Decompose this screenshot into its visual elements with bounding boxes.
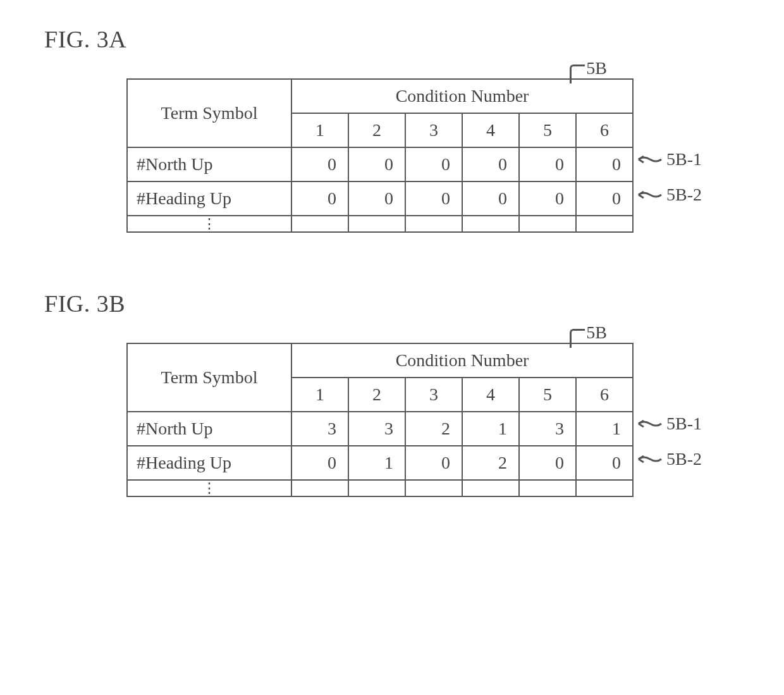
callout-row-2: 5B-2	[637, 185, 702, 205]
table-row: #North Up 0 0 0 0 0 0	[127, 147, 633, 181]
cell-term: #North Up	[127, 412, 291, 446]
callout-row-1: 5B-1	[637, 149, 702, 169]
cell-val: 0	[519, 147, 576, 181]
evaluation-table-b: Term Symbol Condition Number 1 2 3 4 5 6…	[126, 343, 634, 497]
table-row: #Heading Up 0 0 0 0 0 0	[127, 181, 633, 216]
cell-val: 0	[348, 181, 405, 216]
header-condition-number: Condition Number	[291, 79, 633, 113]
header-col-2: 2	[348, 113, 405, 147]
cell-val: 0	[576, 181, 633, 216]
callout-text: 5B-2	[666, 449, 702, 469]
cell-val: 0	[462, 181, 519, 216]
cell-val: 2	[405, 412, 462, 446]
evaluation-table-a: Term Symbol Condition Number 1 2 3 4 5 6…	[126, 78, 634, 233]
cell-val: 1	[462, 412, 519, 446]
callout-text: 5B	[586, 323, 607, 343]
cell-val: 0	[405, 446, 462, 480]
table-row-ellipsis: ⋮	[127, 216, 633, 232]
callout-table-ref: 5B	[570, 53, 607, 83]
cell-val: 1	[576, 412, 633, 446]
table-wrap-b: 5B 5B-1 5B-2 Term Symbol Condition Numbe…	[126, 343, 632, 497]
header-col-5: 5	[519, 378, 576, 412]
table-row-ellipsis: ⋮	[127, 480, 633, 496]
cell-val: 3	[291, 412, 348, 446]
header-term-symbol: Term Symbol	[127, 343, 291, 412]
table-header-row-1: Term Symbol Condition Number	[127, 343, 633, 378]
header-col-5: 5	[519, 113, 576, 147]
callout-text: 5B	[586, 58, 607, 78]
cell-val: 0	[291, 446, 348, 480]
figure-label: FIG. 3B	[44, 290, 746, 317]
cell-val: 0	[348, 147, 405, 181]
ellipsis-icon: ⋮	[127, 216, 291, 232]
cell-val: 0	[462, 147, 519, 181]
figure-label: FIG. 3A	[44, 25, 746, 53]
callout-row-1: 5B-1	[637, 414, 702, 434]
cell-term: #Heading Up	[127, 446, 291, 480]
cell-val: 0	[405, 147, 462, 181]
header-col-3: 3	[405, 113, 462, 147]
header-col-1: 1	[291, 113, 348, 147]
header-col-6: 6	[576, 113, 633, 147]
header-term-symbol: Term Symbol	[127, 79, 291, 147]
table-row: #North Up 3 3 2 1 3 1	[127, 412, 633, 446]
header-col-2: 2	[348, 378, 405, 412]
cell-val: 1	[348, 446, 405, 480]
callout-text: 5B-1	[666, 414, 702, 434]
table-wrap-a: 5B 5B-1 5B-2 Term Symbol Condition Numbe…	[126, 78, 632, 233]
figure-3b: FIG. 3B 5B 5B-1 5B-2 Term Symbol Conditi…	[38, 290, 746, 497]
cell-val: 3	[348, 412, 405, 446]
cell-val: 3	[519, 412, 576, 446]
cell-val: 0	[291, 147, 348, 181]
header-col-4: 4	[462, 113, 519, 147]
table-row: #Heading Up 0 1 0 2 0 0	[127, 446, 633, 480]
callout-row-2: 5B-2	[637, 449, 702, 469]
figure-3a: FIG. 3A 5B 5B-1 5B-2 Term Symbol Conditi…	[38, 25, 746, 233]
header-col-3: 3	[405, 378, 462, 412]
callout-table-ref: 5B	[570, 317, 607, 348]
header-col-6: 6	[576, 378, 633, 412]
header-condition-number: Condition Number	[291, 343, 633, 378]
cell-val: 0	[291, 181, 348, 216]
ellipsis-icon: ⋮	[127, 480, 291, 496]
cell-val: 0	[405, 181, 462, 216]
cell-term: #Heading Up	[127, 181, 291, 216]
cell-val: 0	[519, 181, 576, 216]
cell-val: 2	[462, 446, 519, 480]
callout-text: 5B-1	[666, 149, 702, 169]
callout-text: 5B-2	[666, 185, 702, 205]
cell-term: #North Up	[127, 147, 291, 181]
cell-val: 0	[519, 446, 576, 480]
header-col-4: 4	[462, 378, 519, 412]
header-col-1: 1	[291, 378, 348, 412]
cell-val: 0	[576, 446, 633, 480]
table-header-row-1: Term Symbol Condition Number	[127, 79, 633, 113]
cell-val: 0	[576, 147, 633, 181]
